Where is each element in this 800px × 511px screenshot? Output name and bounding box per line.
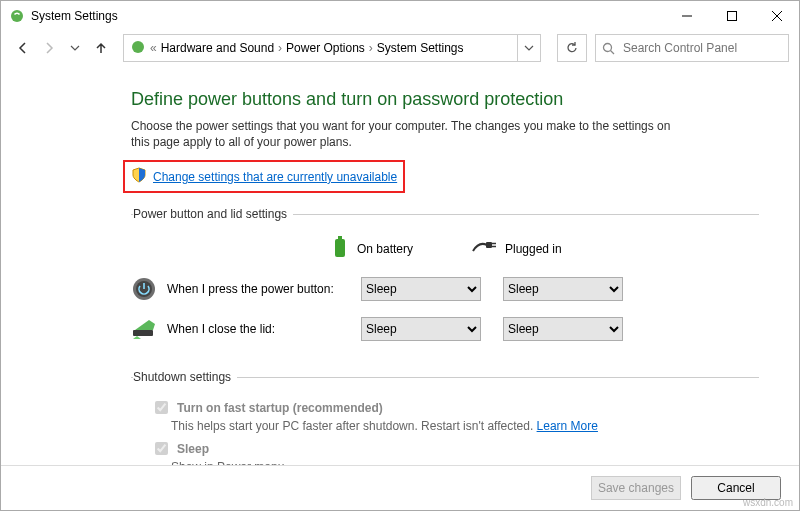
search-box[interactable] (595, 34, 789, 62)
chevron-right-icon: › (278, 41, 282, 55)
chevron-right-icon: « (150, 41, 157, 55)
power-button-battery-select[interactable]: Sleep (361, 277, 481, 301)
power-button-plugged-select[interactable]: Sleep (503, 277, 623, 301)
close-lid-battery-select[interactable]: Sleep (361, 317, 481, 341)
shield-icon (131, 167, 147, 186)
battery-icon (331, 235, 349, 262)
up-button[interactable] (89, 36, 113, 60)
breadcrumb[interactable]: « Hardware and Sound › Power Options › S… (124, 39, 517, 58)
power-button-lid-fieldset: Power button and lid settings On battery… (131, 207, 759, 356)
close-button[interactable] (754, 1, 799, 31)
change-settings-link[interactable]: Change settings that are currently unava… (153, 170, 397, 184)
fieldset-legend: Power button and lid settings (133, 207, 293, 221)
fieldset-legend: Shutdown settings (133, 370, 237, 384)
learn-more-link[interactable]: Learn More (537, 419, 598, 433)
svg-rect-9 (338, 236, 342, 239)
minimize-button[interactable] (664, 1, 709, 31)
save-changes-button: Save changes (591, 476, 681, 500)
maximize-button[interactable] (709, 1, 754, 31)
svg-point-6 (604, 43, 612, 51)
back-button[interactable] (11, 36, 35, 60)
svg-line-7 (611, 50, 615, 54)
breadcrumb-item[interactable]: Hardware and Sound (161, 41, 274, 55)
shutdown-item-fast-startup: Turn on fast startup (recommended) This … (151, 398, 759, 433)
setting-label: When I press the power button: (167, 282, 334, 296)
svg-rect-8 (335, 239, 345, 257)
forward-button[interactable] (37, 36, 61, 60)
plug-icon (471, 239, 497, 258)
sleep-checkbox (155, 442, 168, 455)
svg-point-0 (11, 10, 23, 22)
watermark: wsxdn.com (743, 497, 793, 508)
address-dropdown[interactable] (517, 35, 540, 61)
svg-point-5 (132, 41, 144, 53)
search-input[interactable] (621, 40, 782, 56)
power-button-icon (131, 276, 157, 302)
column-plugged-in: Plugged in (471, 235, 611, 262)
setting-row-close-lid: When I close the lid: Sleep Sleep (131, 316, 759, 342)
column-on-battery: On battery (331, 235, 471, 262)
intro-text: Choose the power settings that you want … (131, 118, 691, 150)
page-title: Define power buttons and turn on passwor… (131, 89, 759, 110)
close-lid-plugged-select[interactable]: Sleep (503, 317, 623, 341)
chevron-right-icon: › (369, 41, 373, 55)
fast-startup-checkbox (155, 401, 168, 414)
highlight-box: Change settings that are currently unava… (123, 160, 405, 193)
svg-rect-10 (486, 242, 492, 248)
footer: Save changes Cancel (1, 465, 799, 510)
breadcrumb-item[interactable]: System Settings (377, 41, 464, 55)
breadcrumb-item[interactable]: Power Options (286, 41, 365, 55)
setting-label: When I close the lid: (167, 322, 275, 336)
refresh-button[interactable] (557, 34, 587, 62)
setting-row-power-button: When I press the power button: Sleep Sle… (131, 276, 759, 302)
lid-icon (131, 316, 157, 342)
search-icon (602, 42, 615, 55)
svg-rect-2 (727, 12, 736, 21)
window-title: System Settings (31, 9, 664, 23)
recent-locations-button[interactable] (63, 36, 87, 60)
control-panel-icon (130, 39, 146, 58)
svg-rect-15 (133, 330, 153, 336)
app-icon (9, 8, 25, 24)
